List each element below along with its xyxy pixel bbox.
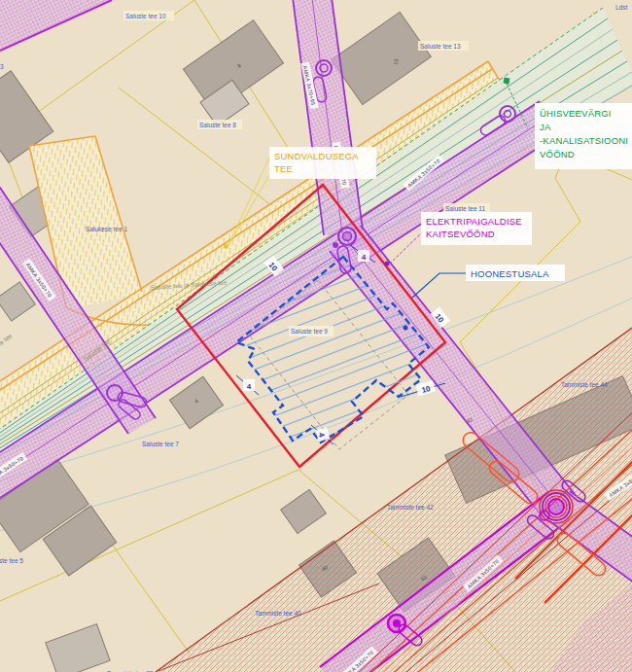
parcel-label: Saluste tee 13	[420, 43, 461, 50]
parcel-label: Saluste tee 8	[199, 122, 236, 128]
zone-label-line: ELEKTRIPAIGALDISE	[426, 216, 522, 227]
dimension-value: 4	[247, 382, 252, 391]
site-plan-map[interactable]: AMKA 3x70+95 AMKA 3x50+70 AMKA 3x50+70 A…	[0, 0, 632, 672]
parcel-label: Saluste tee 9	[291, 328, 328, 335]
parcel-label: Tammiste tee 44	[561, 381, 608, 388]
parcel-label: Salukese tee 1	[86, 226, 127, 232]
parcel-label: Saluste tee 10	[125, 13, 166, 19]
zone-label-hoonestusala: HOONESTUSALA	[466, 265, 565, 281]
water-connection-marker	[504, 78, 510, 85]
zone-label-line: SUNDVALDUSEGA	[274, 151, 359, 161]
zone-label-line: JA	[540, 122, 551, 132]
building-number: 13	[392, 58, 399, 65]
zone-label-line: KAITSEVÖÖND	[426, 229, 495, 239]
parcel-label: Ldst	[615, 4, 627, 11]
electrical-point-marker	[385, 262, 390, 266]
zone-label-line: ÜHISVEEVÄRGI	[540, 108, 612, 119]
parcel-label: Saluste tee 7	[142, 441, 179, 447]
zone-label-elektripaigaldise: ELEKTRIPAIGALDISE KAITSEVÖÖND	[421, 212, 532, 245]
parcel-label: Saluste tee 11	[445, 205, 485, 212]
zone-label-line: TEE	[274, 163, 293, 174]
dimension-value: 4	[362, 253, 367, 262]
parcel-label: Tammiste tee 42	[387, 504, 434, 511]
zone-label-line: HOONESTUSALA	[471, 268, 549, 279]
zone-label-line: -KANALISATSIOONI	[540, 135, 628, 146]
parcel-label: Tammiste tee 40	[255, 610, 301, 617]
parcel-label: 3	[0, 63, 4, 70]
zone-label-veevark: ÜHISVEEVÄRGI JA -KANALISATSIOONI VÖÖND	[535, 103, 632, 169]
map-canvas[interactable]: AMKA 3x70+95 AMKA 3x50+70 AMKA 3x50+70 A…	[0, 0, 632, 672]
zone-label-line: VÖÖND	[540, 149, 575, 159]
parcel-label: Saluste tee 5	[0, 557, 23, 564]
zone-label-sundvaldusega: SUNDVALDUSEGA TEE	[269, 147, 376, 179]
hoonestusala-point-marker	[404, 326, 408, 331]
